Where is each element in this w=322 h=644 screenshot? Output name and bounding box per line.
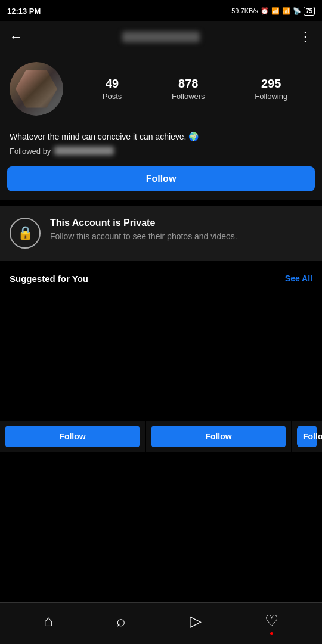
more-options-button[interactable]: ⋮ xyxy=(299,29,312,45)
suggested-image-1 xyxy=(0,290,145,421)
status-time: 12:13 PM xyxy=(7,7,41,16)
home-dot xyxy=(47,632,50,635)
posts-label: Posts xyxy=(103,92,122,101)
suggested-card-1: Follow xyxy=(0,290,145,452)
stat-followers: 878 Followers xyxy=(172,77,205,101)
profile-top: 49 Posts 878 Followers 295 Following xyxy=(10,62,312,116)
posts-count: 49 xyxy=(106,77,119,91)
private-title: This Account is Private xyxy=(50,218,237,228)
followers-count: 878 xyxy=(178,77,198,91)
search-dot xyxy=(120,632,123,635)
private-text: This Account is Private Follow this acco… xyxy=(50,218,237,243)
bottom-nav: ⌂ ⌕ ▷ ♡ xyxy=(0,602,322,644)
status-bar: 12:13 PM 59.7KB/s ⏰ 📶 📶 📡 75 xyxy=(0,0,322,21)
status-icons: 59.7KB/s ⏰ 📶 📶 📡 75 xyxy=(231,7,315,16)
lock-icon-container: 🔒 xyxy=(10,218,41,249)
suggested-header: Suggested for You See All xyxy=(0,267,322,290)
signal-icon-2: 📶 xyxy=(282,7,290,15)
heart-icon: ♡ xyxy=(265,612,278,630)
nav-home[interactable]: ⌂ xyxy=(32,607,65,640)
nav-search[interactable]: ⌕ xyxy=(104,607,138,640)
search-icon: ⌕ xyxy=(116,612,126,630)
suggested-image-3 xyxy=(292,290,322,421)
lock-icon: 🔒 xyxy=(17,225,33,241)
heart-notification-dot xyxy=(270,632,273,635)
suggested-follow-button-3[interactable]: Follow xyxy=(297,426,317,447)
follow-button[interactable]: Follow xyxy=(7,166,315,191)
stats-container: 49 Posts 878 Followers 295 Following xyxy=(78,77,312,101)
signal-icon-1: 📶 xyxy=(271,7,280,15)
suggested-card-2: Follow xyxy=(146,290,291,452)
alarm-icon: ⏰ xyxy=(261,7,269,15)
following-label: Following xyxy=(255,92,287,101)
username-blurred xyxy=(122,32,200,42)
top-nav: ← ⋮ xyxy=(0,21,322,52)
nav-heart[interactable]: ♡ xyxy=(253,607,290,640)
profile-section: 49 Posts 878 Followers 295 Following xyxy=(0,52,322,123)
avatar xyxy=(10,62,63,116)
suggested-image-2 xyxy=(146,290,291,421)
followed-by-label: Followed by xyxy=(10,147,51,156)
stat-posts: 49 Posts xyxy=(103,77,122,101)
follower-name-blurred xyxy=(54,147,114,155)
suggested-follow-button-1[interactable]: Follow xyxy=(5,426,140,447)
private-description: Follow this account to see their photos … xyxy=(50,231,237,243)
back-button[interactable]: ← xyxy=(10,29,23,45)
suggested-title: Suggested for You xyxy=(10,274,88,284)
see-all-button[interactable]: See All xyxy=(285,274,312,283)
bio-text: Whatever the mind can conceive it can ac… xyxy=(10,131,312,143)
bio-section: Whatever the mind can conceive it can ac… xyxy=(0,123,322,160)
following-count: 295 xyxy=(261,77,281,91)
private-account-section: 🔒 This Account is Private Follow this ac… xyxy=(0,206,322,261)
avatar-image xyxy=(10,62,63,116)
reels-dot xyxy=(194,632,197,635)
followed-by: Followed by xyxy=(10,147,312,156)
spacer xyxy=(0,452,322,488)
suggested-card-3: Follow xyxy=(292,290,322,452)
nav-reels[interactable]: ▷ xyxy=(178,607,213,640)
follow-btn-container: Follow xyxy=(0,160,322,200)
home-icon: ⌂ xyxy=(44,612,53,630)
suggested-grid: Follow Follow Follow xyxy=(0,290,322,452)
stat-following: 295 Following xyxy=(255,77,287,101)
wifi-icon: 📡 xyxy=(293,7,301,15)
followers-label: Followers xyxy=(172,92,205,101)
reels-icon: ▷ xyxy=(190,612,202,630)
battery-indicator: 75 xyxy=(304,7,315,16)
suggested-follow-button-2[interactable]: Follow xyxy=(151,426,286,447)
network-speed: 59.7KB/s xyxy=(231,7,258,14)
